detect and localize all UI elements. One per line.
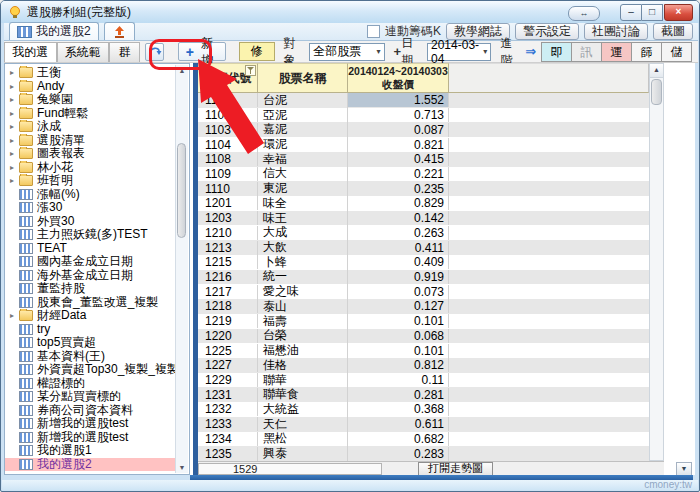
expand-arrow-icon[interactable]: ▸ bbox=[10, 174, 19, 187]
add-target-button[interactable]: + bbox=[394, 44, 402, 59]
close-button[interactable]: × bbox=[664, 4, 693, 21]
table-row[interactable]: 1109信大0.221 bbox=[198, 167, 649, 182]
table-row[interactable]: 1201味全0.829 bbox=[198, 196, 649, 211]
sidebar-item[interactable]: 漲幅(%) bbox=[5, 188, 176, 202]
table-row[interactable]: 1217愛之味0.073 bbox=[198, 284, 649, 299]
sidebar-item[interactable]: top5買賣超 bbox=[5, 336, 176, 350]
sidebar-item[interactable]: ▸選股清單 bbox=[5, 134, 176, 148]
sidebar-item[interactable]: ▸財經Data bbox=[5, 309, 176, 323]
col-header-name[interactable]: 股票名稱 bbox=[258, 63, 348, 93]
maximize-button[interactable]: □ bbox=[642, 4, 663, 21]
sidebar-item[interactable]: ▸班哲明 bbox=[5, 174, 176, 188]
open-chart-button[interactable]: 打開走勢圖 bbox=[418, 462, 493, 476]
date-select[interactable]: 2014-03-04 ▾ bbox=[427, 43, 491, 61]
minimize-button[interactable]: – bbox=[620, 4, 642, 21]
table-row[interactable]: 1110東泥0.235 bbox=[198, 181, 649, 196]
table-row[interactable]: 1225福懋油0.101 bbox=[198, 343, 649, 358]
expand-arrow-icon[interactable]: ▸ bbox=[10, 93, 19, 106]
table-row[interactable]: 1218泰山0.127 bbox=[198, 299, 649, 314]
sidebar-item[interactable]: 海外基金成立日期 bbox=[5, 269, 176, 283]
sidebar-scrollbar[interactable]: ▲ ▼ bbox=[175, 65, 188, 473]
expand-arrow-icon[interactable]: ▸ bbox=[10, 80, 19, 93]
scroll-up-icon[interactable]: ▲ bbox=[176, 65, 188, 76]
sidebar-item[interactable]: ▸王衡 bbox=[5, 66, 176, 80]
toolbar-tab-groups[interactable]: 群組 bbox=[109, 42, 140, 62]
pin-window-button[interactable]: ↔ bbox=[568, 6, 600, 21]
scroll-thumb[interactable] bbox=[651, 79, 662, 105]
sidebar-item[interactable]: 外資賣超Top30_複製_複製 bbox=[5, 363, 176, 377]
table-row[interactable]: 1216統一0.919 bbox=[198, 270, 649, 285]
sidebar-item[interactable]: 我的選股2 bbox=[5, 458, 176, 472]
expand-arrow-icon[interactable]: ▸ bbox=[10, 134, 19, 147]
table-scrollbar[interactable]: ▲ bbox=[649, 63, 664, 461]
club-discussion-button[interactable]: 社團討論 bbox=[584, 23, 648, 40]
expand-arrow-icon[interactable]: ▸ bbox=[10, 107, 19, 120]
table-row[interactable]: 1108幸福0.415 bbox=[198, 152, 649, 167]
sidebar-item[interactable]: ▸Andy bbox=[5, 80, 176, 94]
sidebar-item[interactable]: 主力照妖鏡(多)TEST bbox=[5, 228, 176, 242]
sidebar-item[interactable]: ▸兔樂園 bbox=[5, 93, 176, 107]
table-row[interactable]: 1213大飲0.411 bbox=[198, 240, 649, 255]
table-row[interactable]: 1231聯華食0.281 bbox=[198, 387, 649, 402]
sidebar-item[interactable]: 股東會_董監改選_複製 bbox=[5, 296, 176, 310]
sidebar-item[interactable]: 新增我的選股test bbox=[5, 431, 176, 445]
expand-arrow-icon[interactable]: ▸ bbox=[10, 147, 19, 160]
expand-arrow-icon[interactable]: ▸ bbox=[10, 161, 19, 174]
table-row[interactable]: 1210大成0.263 bbox=[198, 225, 649, 240]
table-row[interactable]: 1229聯華0.11 bbox=[198, 373, 649, 388]
sidebar-item[interactable]: TEAT bbox=[5, 242, 176, 256]
sidebar-item[interactable]: ▸圖表報表 bbox=[5, 147, 176, 161]
table-row[interactable]: 1219福壽0.101 bbox=[198, 314, 649, 329]
toolbar-tab-system-examples[interactable]: 系統範例 bbox=[57, 42, 110, 62]
table-row[interactable]: 1101台泥1.552 bbox=[198, 93, 649, 108]
expand-arrow-icon[interactable]: ▸ bbox=[10, 66, 19, 79]
curved-arrow-icon-button[interactable] bbox=[145, 43, 163, 61]
sidebar-item[interactable]: 新增我的選股test bbox=[5, 417, 176, 431]
table-row[interactable]: 1220台榮0.068 bbox=[198, 329, 649, 344]
sidebar-item[interactable]: try bbox=[5, 323, 176, 337]
save-button[interactable]: 儲存 bbox=[662, 42, 692, 62]
sidebar-item[interactable]: 外買30 bbox=[5, 215, 176, 229]
table-row[interactable]: 1104環泥0.821 bbox=[198, 137, 649, 152]
alert-settings-button[interactable]: 警示設定 bbox=[515, 23, 579, 40]
footer-dropdown-button[interactable]: ▼ bbox=[676, 462, 692, 476]
sidebar-item[interactable]: 董監持股 bbox=[5, 282, 176, 296]
sidebar-item[interactable]: 權證標的 bbox=[5, 377, 176, 391]
sidebar-item[interactable]: 漲30 bbox=[5, 201, 176, 215]
sidebar-item[interactable]: 國內基金成立日期 bbox=[5, 255, 176, 269]
col-header-value[interactable]: 20140124~20140303 收盤價 bbox=[348, 63, 449, 93]
add-button[interactable]: + 新增 bbox=[178, 42, 226, 61]
sidebar-item[interactable]: 基本資料(王) bbox=[5, 350, 176, 364]
scroll-up-icon[interactable]: ▲ bbox=[650, 64, 663, 78]
table-row[interactable]: 1234黑松0.682 bbox=[198, 432, 649, 447]
compute-button[interactable]: 運算 bbox=[602, 42, 632, 62]
table-row[interactable]: 1232大統益0.368 bbox=[198, 402, 649, 417]
modify-button[interactable]: 修改 bbox=[239, 42, 275, 61]
table-row[interactable]: 1233天仁0.611 bbox=[198, 417, 649, 432]
scroll-thumb[interactable] bbox=[177, 143, 186, 238]
col-header-code[interactable]: 股票代號 bbox=[198, 63, 258, 93]
publish-tab[interactable] bbox=[104, 22, 135, 40]
scroll-down-icon[interactable]: ▼ bbox=[176, 462, 188, 473]
filter-button[interactable]: 篩選 bbox=[632, 42, 662, 62]
table-row[interactable]: 1235興泰0.283 bbox=[198, 446, 649, 461]
table-row[interactable]: 1102亞泥0.713 bbox=[198, 108, 649, 123]
table-row[interactable]: 1215卜蜂0.409 bbox=[198, 255, 649, 270]
target-select[interactable]: 全部股票 ▾ bbox=[309, 43, 384, 61]
realtime-button[interactable]: 即時 bbox=[541, 42, 572, 62]
table-row[interactable]: 1203味王0.142 bbox=[198, 211, 649, 226]
tab-my-picks-2[interactable]: 我的選股2 bbox=[9, 22, 99, 40]
filter-icon[interactable] bbox=[245, 65, 256, 76]
sidebar-item[interactable]: 我的選股1 bbox=[5, 444, 176, 458]
linkage-checkbox[interactable] bbox=[367, 25, 380, 38]
sidebar-item[interactable]: ▸林小花 bbox=[5, 161, 176, 175]
sidebar-item[interactable]: ▸Fund輕鬆 bbox=[5, 107, 176, 121]
screenshot-button[interactable]: 截圖 bbox=[653, 23, 693, 40]
sidebar-item[interactable]: 某分點買賣標的 bbox=[5, 390, 176, 404]
sidebar-item[interactable]: 券商公司資本資料 bbox=[5, 404, 176, 418]
expand-arrow-icon[interactable]: ▸ bbox=[10, 120, 19, 133]
sidebar-item[interactable]: ▸泳成 bbox=[5, 120, 176, 134]
table-row[interactable]: 1103嘉泥0.087 bbox=[198, 122, 649, 137]
toolbar-tab-my-picks[interactable]: 我的選股 bbox=[4, 42, 57, 62]
expand-arrow-icon[interactable]: ▸ bbox=[10, 309, 19, 322]
